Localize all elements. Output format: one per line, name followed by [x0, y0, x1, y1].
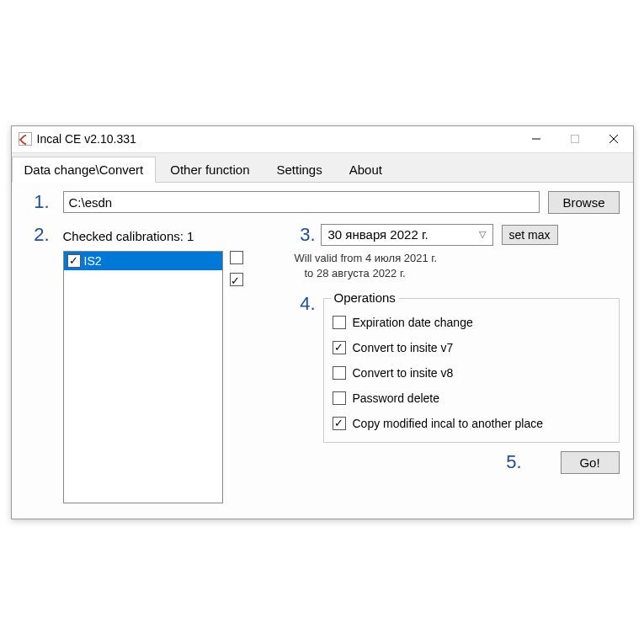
tab-settings[interactable]: Settings — [263, 157, 334, 182]
op-copy-modified[interactable]: Copy modified incal to another place — [333, 417, 610, 430]
select-all-checkbox[interactable] — [230, 251, 243, 264]
op-insite-v8[interactable]: Convert to insite v8 — [333, 366, 610, 380]
op-checkbox[interactable] — [333, 341, 346, 354]
tab-about[interactable]: About — [337, 157, 395, 182]
step-1-label: 1. — [25, 191, 55, 213]
path-input[interactable] — [63, 191, 540, 213]
op-label: Convert to insite v8 — [353, 366, 454, 380]
step-2-label: 2. — [25, 224, 55, 246]
minimize-button[interactable] — [517, 125, 556, 152]
tabbar: Data change\Convert Other function Setti… — [12, 153, 633, 183]
window-title: Incal CE v2.10.331 — [37, 132, 517, 146]
app-icon — [19, 132, 32, 146]
tab-data-change[interactable]: Data change\Convert — [12, 157, 157, 183]
list-item-checkbox[interactable] — [67, 254, 81, 268]
op-expiration[interactable]: Expiration date change — [333, 316, 610, 329]
chevron-down-icon: ▽ — [479, 229, 486, 240]
op-checkbox[interactable] — [333, 366, 346, 380]
calibrations-heading: Checked calibrations: 1 — [63, 229, 194, 243]
op-label: Copy modified incal to another place — [353, 417, 543, 430]
operations-legend: Operations — [331, 290, 399, 305]
browse-button[interactable]: Browse — [548, 191, 619, 214]
op-insite-v7[interactable]: Convert to insite v7 — [333, 341, 610, 354]
calibrations-listbox[interactable]: IS2 — [63, 251, 223, 503]
step-3-label: 3. — [291, 224, 321, 246]
op-checkbox[interactable] — [333, 316, 346, 329]
step-4-label: 4. — [291, 293, 321, 315]
window-buttons — [517, 125, 633, 152]
side-checks — [230, 251, 247, 503]
tab-body: 1. Browse 2. Checked calibrations: 1 IS2 — [12, 183, 633, 519]
validity-text: Will valid from 4 июля 2021 г. to 28 авг… — [295, 251, 620, 281]
titlebar: Incal CE v2.10.331 — [12, 126, 633, 153]
step-5-label: 5. — [506, 451, 526, 473]
op-password-delete[interactable]: Password delete — [333, 391, 610, 405]
set-max-button[interactable]: set max — [502, 225, 558, 245]
op-label: Password delete — [353, 391, 440, 405]
op-checkbox[interactable] — [333, 391, 346, 405]
list-item[interactable]: IS2 — [64, 252, 222, 270]
tab-other-function[interactable]: Other function — [157, 157, 262, 182]
maximize-button[interactable] — [556, 125, 594, 152]
svg-rect-1 — [571, 136, 578, 143]
window: Incal CE v2.10.331 Data change\Convert O… — [11, 125, 634, 519]
select-checked-checkbox[interactable] — [230, 273, 243, 286]
list-item-label: IS2 — [84, 254, 102, 268]
go-button[interactable]: Go! — [561, 451, 620, 474]
op-label: Convert to insite v7 — [353, 341, 454, 354]
op-label: Expiration date change — [353, 316, 473, 329]
close-button[interactable] — [594, 125, 633, 152]
operations-group: Operations Expiration date change Conver… — [323, 298, 620, 443]
date-picker[interactable]: 30 января 2022 г. ▽ — [321, 224, 493, 246]
date-value: 30 января 2022 г. — [328, 227, 428, 242]
op-checkbox[interactable] — [333, 417, 346, 430]
